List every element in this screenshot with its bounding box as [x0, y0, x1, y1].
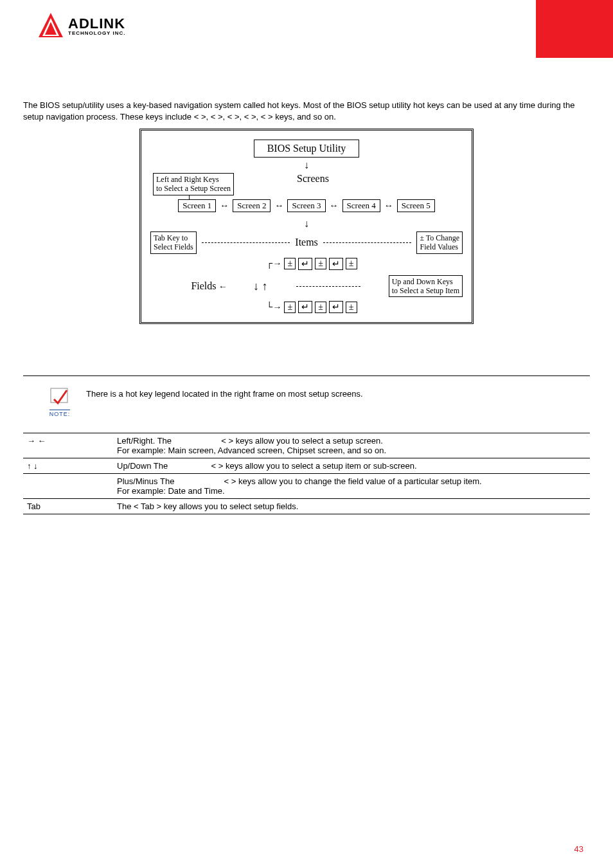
arrow-down-icon: ↓ [304, 160, 309, 170]
logo: ADLINK TECHNOLOGY INC. [37, 12, 126, 41]
note-block: NOTE: There is a hot key legend located … [23, 376, 590, 433]
text: Up/Down The [117, 461, 170, 471]
text: keys allow you to select a setup screen. [236, 436, 383, 446]
field-enter: ↵ [298, 258, 312, 270]
header-red-bar [536, 0, 613, 58]
arrow-up-icon: ↑ [262, 280, 268, 293]
table-row: ↑ ↓ Up/Down The < > keys allow you to se… [23, 458, 590, 474]
field-enter: ↵ [298, 301, 312, 313]
change-label-l1: ± To Change [420, 233, 459, 242]
text: Plus/Minus The [117, 476, 177, 486]
lr-label-line2: to Select a Setup Screen [156, 184, 231, 193]
text: Left/Right. The [117, 436, 174, 446]
corner-arrow: └→ [256, 302, 281, 312]
dashed-connector [202, 242, 290, 243]
text: For example: Date and Time. [117, 486, 225, 496]
logo-text-main: ADLINK [68, 17, 126, 31]
screens-label: Screens [297, 173, 329, 184]
note-caption: NOTE: [49, 410, 71, 417]
field-pm: ± [284, 302, 296, 313]
tab-label: Tab Key to Select Fields [150, 231, 197, 254]
field-pm: ± [346, 302, 357, 313]
arrow-bidir-icon: ↔ [220, 201, 229, 211]
field-enter: ↵ [329, 301, 343, 313]
key-desc: Left/Right. The < > keys allow you to se… [113, 433, 590, 458]
key-desc: The < Tab > key allows you to select set… [113, 499, 590, 514]
page-number: 43 [574, 844, 583, 854]
table-row: Tab The < Tab > key allows you to select… [23, 499, 590, 514]
arrow-down-icon: ↓ [253, 280, 259, 293]
key-symbol: ↑ ↓ [23, 458, 113, 474]
table-row: Plus/Minus The < > keys allow you to cha… [23, 474, 590, 499]
lr-label-line1: Left and Right Keys [156, 175, 219, 184]
key-desc: Plus/Minus The < > keys allow you to cha… [113, 474, 590, 499]
key-symbol [23, 474, 113, 499]
dashed-connector [296, 286, 360, 287]
arrow-bidir-icon: ↔ [384, 201, 393, 211]
logo-text-sub: TECHNOLOGY INC. [68, 31, 126, 36]
change-label-l2: Field Values [420, 242, 458, 251]
tab-label-l1: Tab Key to [154, 233, 188, 242]
text: For example: Main screen, Advanced scree… [117, 446, 386, 455]
arrow-bidir-icon: ↔ [274, 201, 283, 211]
updown-label-l1: Up and Down Keys [392, 277, 453, 286]
intro-paragraph: The BIOS setup/utility uses a key-based … [23, 100, 590, 122]
items-label: Items [295, 237, 318, 248]
note-text: There is a hot key legend located in the… [86, 386, 363, 399]
field-enter: ↵ [329, 258, 343, 270]
change-label: ± To Change Field Values [416, 231, 463, 254]
arrow-bidir-icon: ↔ [330, 201, 339, 211]
screen-box: Screen 5 [397, 199, 435, 212]
screen-box: Screen 4 [342, 199, 380, 212]
key-desc: Up/Down The < > keys allow you to select… [113, 458, 590, 474]
updown-label: Up and Down Keys to Select a Setup Item [389, 275, 463, 298]
key-symbol: Tab [23, 499, 113, 514]
arrow-down-icon: ↓ [304, 219, 309, 229]
fields-label: Fields [191, 280, 216, 291]
text: keys allow you to select a setup item or… [226, 461, 417, 471]
field-pm: ± [284, 258, 296, 269]
field-pm: ± [315, 258, 326, 269]
hotkey-table: → ← Left/Right. The < > keys allow you t… [23, 433, 590, 514]
screen-box: Screen 1 [178, 199, 216, 212]
screen-box: Screen 3 [287, 199, 325, 212]
text: < > [211, 461, 223, 471]
field-pm: ± [315, 302, 326, 313]
updown-label-l2: to Select a Setup Item [392, 286, 459, 295]
dashed-connector [323, 242, 412, 243]
arrow-left-icon: ← [218, 282, 227, 291]
note-icon: NOTE: [49, 386, 71, 417]
table-row: → ← Left/Right. The < > keys allow you t… [23, 433, 590, 458]
logo-mark-icon [37, 12, 64, 41]
tab-label-l2: Select Fields [154, 242, 193, 251]
text: < > [221, 436, 233, 446]
diagram-container: BIOS Setup Utility ↓ Left and Right Keys… [23, 129, 590, 324]
lr-keys-label: Left and Right Keys to Select a Setup Sc… [153, 173, 234, 195]
corner-arrow: ┌→ [256, 258, 281, 269]
field-pm: ± [346, 258, 357, 269]
screen-box: Screen 2 [233, 199, 271, 212]
key-symbol: → ← [23, 433, 113, 458]
text: keys allow you to change the field value… [238, 476, 482, 486]
diagram-title: BIOS Setup Utility [254, 140, 360, 158]
text: < > [224, 476, 236, 486]
